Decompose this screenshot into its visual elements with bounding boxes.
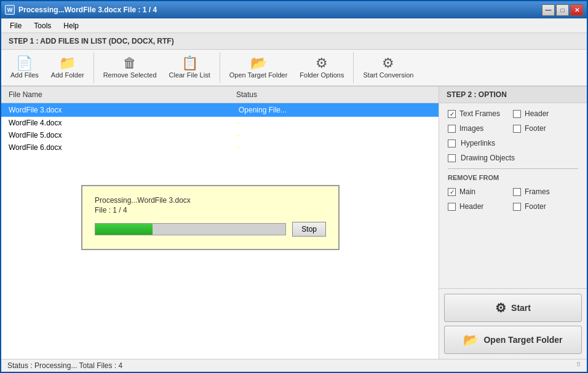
table-row[interactable]: WordFile 6.docx <box>1 141 439 154</box>
progress-bar-fill <box>95 224 153 235</box>
open-target-folder-big-label: Open Target Folder <box>483 335 562 345</box>
options-section: Text Frames Header Images Foote <box>439 103 587 288</box>
file-name-cell: WordFile 4.docx <box>9 119 236 127</box>
toolbar-separator-2 <box>220 52 220 83</box>
remove-main-checkbox[interactable] <box>448 188 456 196</box>
progress-bar-container: Stop <box>95 222 326 237</box>
footer-label: Footer <box>525 124 546 133</box>
menu-help[interactable]: Help <box>57 20 85 31</box>
file-name-cell: WordFile 6.docx <box>9 143 236 152</box>
add-files-icon: 📄 <box>16 57 33 70</box>
option-row-1: Text Frames Header <box>448 109 578 118</box>
main-content: File Name Status WordFile 3.docx Opening… <box>1 87 587 359</box>
remove-footer-checkbox[interactable] <box>513 203 521 211</box>
folder-options-button[interactable]: ⚙ Folder Options <box>294 53 349 82</box>
file-status-cell <box>236 135 241 136</box>
remove-selected-label: Remove Selected <box>103 71 157 79</box>
file-name-cell: WordFile 5.docx <box>9 131 236 139</box>
drawing-objects-label: Drawing Objects <box>461 154 515 162</box>
start-conversion-button[interactable]: ⚙ Start Conversion <box>357 53 419 82</box>
images-label: Images <box>459 124 483 133</box>
open-target-folder-big-button[interactable]: 📂 Open Target Folder <box>444 326 582 354</box>
remove-frames-checkbox[interactable] <box>513 188 521 196</box>
table-row[interactable]: WordFile 5.docx <box>1 129 439 141</box>
text-frames-checkbox[interactable] <box>448 110 456 118</box>
maximize-button[interactable]: □ <box>556 4 569 16</box>
file-status-cell: Opening File... <box>236 105 289 115</box>
right-panel: STEP 2 : OPTION Text Frames Header <box>439 87 587 359</box>
progress-line1: Processing...WordFile 3.docx <box>95 196 326 205</box>
open-target-folder-icon: 📂 <box>250 57 267 70</box>
table-row[interactable]: WordFile 4.docx <box>1 117 439 129</box>
open-folder-icon: 📂 <box>463 332 479 347</box>
file-name-cell: WordFile 3.docx <box>9 106 236 114</box>
add-files-button[interactable]: 📄 Add Files <box>5 53 44 82</box>
header-label: Header <box>525 109 549 118</box>
header-checkbox[interactable] <box>513 110 521 118</box>
window-controls: — □ ✕ <box>542 4 583 16</box>
option-row-2: Images Footer <box>448 124 578 133</box>
remove-header-checkbox[interactable] <box>448 203 456 211</box>
open-target-folder-label: Open Target Folder <box>229 71 288 79</box>
resize-grip: ⠿ <box>576 361 581 370</box>
window-title: Processing...WordFile 3.docx File : 1 / … <box>18 6 542 14</box>
remove-frames-label: Frames <box>525 187 550 196</box>
col-header-status: Status <box>229 89 352 100</box>
step2-header: STEP 2 : OPTION <box>439 87 587 103</box>
start-label: Start <box>511 303 531 313</box>
progress-line2: File : 1 / 4 <box>95 206 326 214</box>
folder-options-icon: ⚙ <box>316 57 328 70</box>
menu-file[interactable]: File <box>4 20 28 31</box>
menu-bar: File Tools Help <box>1 18 587 33</box>
close-button[interactable]: ✕ <box>570 4 583 16</box>
table-row[interactable]: WordFile 3.docx Opening File... <box>1 103 439 117</box>
open-target-folder-button[interactable]: 📂 Open Target Folder <box>224 53 293 82</box>
images-checkbox[interactable] <box>448 125 456 133</box>
progress-bar-background <box>95 223 286 235</box>
remove-header: Header <box>448 202 513 211</box>
clear-file-list-button[interactable]: 📋 Clear File List <box>164 53 216 82</box>
remove-from-title: REMOVE FROM <box>448 174 578 181</box>
file-list-header: File Name Status <box>1 87 439 103</box>
file-list-area: File Name Status WordFile 3.docx Opening… <box>1 87 439 359</box>
progress-dialog: Processing...WordFile 3.docx File : 1 / … <box>81 185 340 250</box>
remove-main-label: Main <box>459 187 475 196</box>
menu-tools[interactable]: Tools <box>28 20 57 31</box>
start-conversion-icon: ⚙ <box>382 57 394 70</box>
folder-options-label: Folder Options <box>300 71 344 79</box>
col-header-filename: File Name <box>1 89 229 100</box>
add-folder-button[interactable]: 📁 Add Folder <box>46 53 90 82</box>
minimize-button[interactable]: — <box>542 4 555 16</box>
remove-row-1: Main Frames <box>448 187 578 196</box>
footer-checkbox[interactable] <box>513 125 521 133</box>
hyperlinks-checkbox[interactable] <box>448 139 456 147</box>
remove-selected-button[interactable]: 🗑 Remove Selected <box>98 53 162 82</box>
start-button[interactable]: ⚙ Start <box>444 294 582 322</box>
stop-button[interactable]: Stop <box>292 222 326 237</box>
right-panel-buttons: ⚙ Start 📂 Open Target Folder <box>439 288 587 359</box>
option-footer: Footer <box>513 124 578 133</box>
drawing-objects-checkbox[interactable] <box>448 154 456 162</box>
divider-1 <box>448 168 578 169</box>
start-conversion-label: Start Conversion <box>363 71 413 79</box>
toolbar: 📄 Add Files 📁 Add Folder 🗑 Remove Select… <box>1 50 587 87</box>
text-frames-label: Text Frames <box>459 109 500 118</box>
file-status-cell <box>236 122 241 124</box>
status-text: Status : Processing... Total Files : 4 <box>7 361 122 370</box>
add-folder-label: Add Folder <box>51 71 84 79</box>
start-icon: ⚙ <box>495 300 506 315</box>
clear-file-list-label: Clear File List <box>169 71 210 79</box>
option-text-frames: Text Frames <box>448 109 513 118</box>
remove-header-label: Header <box>459 202 483 211</box>
option-row-3: Hyperlinks <box>448 139 578 147</box>
app-icon: W <box>5 5 15 15</box>
hyperlinks-label: Hyperlinks <box>461 139 495 147</box>
remove-row-2: Header Footer <box>448 202 578 211</box>
step1-header: STEP 1 : ADD FILES IN LIST (DOC, DOCX, R… <box>1 33 587 50</box>
remove-selected-icon: 🗑 <box>123 57 137 70</box>
remove-footer-label: Footer <box>525 202 546 211</box>
toolbar-separator-3 <box>353 52 354 83</box>
add-files-label: Add Files <box>10 71 39 79</box>
remove-footer: Footer <box>513 202 578 211</box>
remove-main: Main <box>448 187 513 196</box>
